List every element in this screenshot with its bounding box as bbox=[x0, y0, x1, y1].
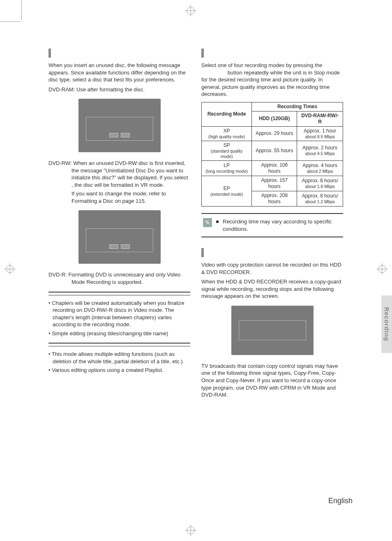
dvdrw-text-2: If you want to change the mode, refer to… bbox=[48, 190, 190, 204]
copy-text-1: Video with copy protection cannot be rec… bbox=[201, 261, 343, 276]
table-header: Recording Times bbox=[252, 102, 343, 111]
dvdram-text: DVD-RAM: Use after formatting the disc. bbox=[48, 86, 190, 93]
list-item: This mode allows multiple editing functi… bbox=[48, 351, 190, 365]
table-header: DVD-RAM/-RW/-R bbox=[297, 111, 343, 126]
registration-mark bbox=[376, 263, 388, 275]
divider bbox=[48, 346, 190, 346]
recmode-intro: Select one of four recording modes by pr… bbox=[201, 62, 343, 98]
table-cell: Approx. 157 hours bbox=[252, 176, 297, 191]
section-heading bbox=[201, 248, 343, 257]
table-cell: Approx. 6 hours/about 1.6 Mbps bbox=[297, 176, 343, 191]
copy-text-2: When the HDD & DVD RECORDER receives a c… bbox=[201, 278, 343, 300]
table-cell: EP(extended mode) bbox=[202, 176, 252, 207]
table-cell: XP(high quality mode) bbox=[202, 126, 252, 141]
vr-mode-list: This mode allows multiple editing functi… bbox=[48, 351, 190, 374]
note-text: Recording time may vary according to spe… bbox=[223, 218, 341, 232]
ui-screenshot bbox=[78, 99, 161, 152]
table-cell: Approx. 1 hourabout 8.5 Mbps bbox=[297, 126, 343, 141]
page-content: When you insert an unused disc, the foll… bbox=[48, 49, 353, 501]
table-header: HDD (120GB) bbox=[252, 111, 297, 126]
dvdr-text: DVD-R: Formatting DVD is unnecessary and… bbox=[48, 271, 190, 286]
side-tab: Recording bbox=[381, 295, 392, 353]
table-cell: Approx. 8 hours/about 1.2 Mbps bbox=[297, 191, 343, 207]
footer-language: English bbox=[328, 497, 353, 505]
divider bbox=[48, 343, 190, 344]
table-cell: Approx. 29 hours bbox=[252, 126, 297, 141]
left-column: When you insert an unused disc, the foll… bbox=[48, 49, 190, 376]
section-heading bbox=[48, 49, 190, 58]
crop-mark bbox=[21, 0, 22, 21]
registration-mark bbox=[185, 525, 196, 536]
section-heading bbox=[201, 49, 343, 58]
table-cell: SP(standard quality mode) bbox=[202, 141, 252, 160]
right-column: Select one of four recording modes by pr… bbox=[201, 49, 343, 401]
intro-text: When you insert an unused disc, the foll… bbox=[48, 62, 190, 84]
dvdrw-text: DVD-RW: When an unused DVD-RW disc is fi… bbox=[48, 160, 190, 188]
ui-screenshot bbox=[231, 306, 314, 355]
note-icon: ✎ bbox=[203, 218, 212, 227]
list-item: Chapters will be created automatically w… bbox=[48, 300, 190, 328]
bullet-icon bbox=[216, 221, 219, 223]
list-item: Various editing options using a created … bbox=[48, 367, 190, 374]
table-cell: Approx. 55 hours bbox=[252, 141, 297, 160]
table-cell: Approx. 106 hours bbox=[252, 161, 297, 176]
table-cell: Approx. 208 hours bbox=[252, 191, 297, 207]
table-cell: Approx. 4 hoursabout 2 Mbps bbox=[297, 161, 343, 176]
table-header: Recording Mode bbox=[202, 102, 252, 126]
table-cell: LP(long recording mode) bbox=[202, 161, 252, 176]
recording-mode-table: Recording Mode Recording Times HDD (120G… bbox=[201, 102, 343, 207]
table-cell: Approx. 2 hoursabout 4.5 Mbps bbox=[297, 141, 343, 160]
crop-mark bbox=[0, 21, 21, 22]
registration-mark bbox=[185, 5, 196, 16]
video-mode-list: Chapters will be created automatically w… bbox=[48, 300, 190, 337]
divider bbox=[48, 295, 190, 295]
side-tab-label: Recording bbox=[383, 307, 390, 341]
divider bbox=[48, 292, 190, 293]
note-box: ✎ Recording time may vary according to s… bbox=[201, 213, 343, 237]
list-item: Simple editing (erasing titles/changing … bbox=[48, 330, 190, 337]
ui-screenshot bbox=[78, 210, 161, 264]
copy-text-3: TV broadcasts that contain copy control … bbox=[201, 362, 343, 399]
registration-mark bbox=[4, 263, 16, 275]
